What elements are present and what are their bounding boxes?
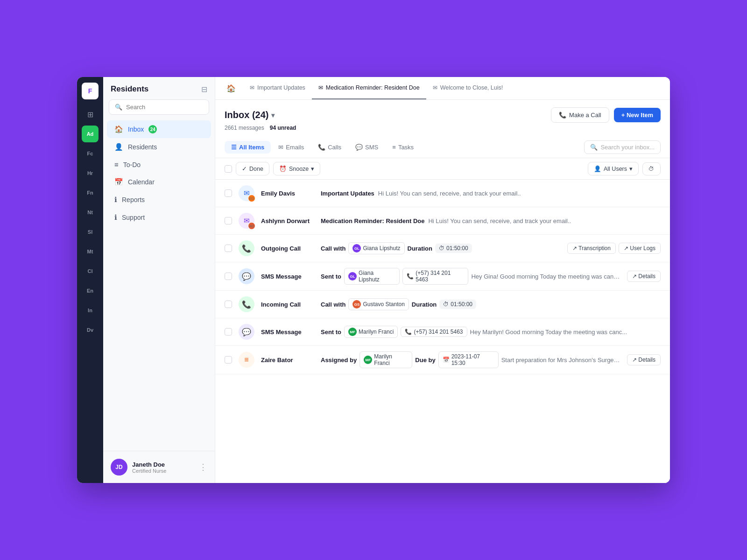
done-button[interactable]: ✓ Done: [236, 162, 269, 175]
search-box[interactable]: 🔍: [109, 99, 209, 115]
email-purple-type-icon: ✉ AD: [239, 213, 254, 229]
sidebar-item-label: Support: [122, 214, 145, 221]
recipient-name: Giana Lipshutz: [359, 270, 395, 283]
sidebar-item-label: Reports: [122, 196, 145, 203]
row-checkbox[interactable]: [225, 356, 232, 364]
sender-name: Zaire Bator: [261, 357, 317, 364]
task-details: Assigned by MF Marilyn Franci Due by 📅 2…: [321, 351, 620, 368]
sender-name: Ashlynn Dorwart: [261, 217, 317, 224]
tab-important-updates[interactable]: ✉ Important Updates: [243, 77, 312, 99]
details-button[interactable]: ↗ Details: [627, 271, 661, 282]
recipient-chip: GL Giana Lipshutz: [344, 268, 400, 285]
calendar-icon: 📅: [114, 178, 123, 186]
phone-icon: 📞: [405, 329, 412, 335]
row-checkbox[interactable]: [225, 328, 232, 336]
details-button[interactable]: ↗ Details: [627, 354, 661, 365]
sms-details: Sent to GL Giana Lipshutz 📞 (+57) 314 20…: [321, 268, 620, 285]
row-content: Emily Davis Important Updates Hi Luis! Y…: [261, 190, 661, 197]
sidebar-item-inbox[interactable]: 🏠 Inbox 24: [107, 120, 211, 138]
inbox-title: Inbox (24) ▾: [225, 110, 275, 120]
sidebar-item-label: Residents: [128, 143, 157, 151]
emails-icon: ✉: [278, 144, 283, 151]
new-item-button[interactable]: + New Item: [614, 108, 661, 122]
make-call-button[interactable]: 📞 Make a Call: [551, 107, 609, 123]
filter-tab-all-items[interactable]: ☰ All Items: [225, 141, 271, 154]
clock-button[interactable]: ⏱: [642, 162, 661, 175]
due-date-value: 2023-11-07 15:30: [451, 353, 494, 366]
rail-item-Fc[interactable]: Fc: [82, 145, 99, 162]
search-input[interactable]: [126, 104, 203, 111]
transcription-button[interactable]: ↗ Transcription: [567, 243, 616, 254]
chevron-down-icon: ▾: [629, 165, 633, 172]
logo-button[interactable]: F: [82, 83, 99, 99]
list-item[interactable]: 💬 SMS Message Sent to GL Giana Lipshutz …: [215, 262, 670, 291]
select-all-checkbox[interactable]: [225, 165, 232, 173]
snooze-button[interactable]: ⏰ Snooze ▾: [273, 162, 320, 175]
tab-email-icon: ✉: [318, 84, 323, 91]
list-item[interactable]: ✉ AD Ashlynn Dorwart Medication Reminder…: [215, 207, 670, 235]
sidebar-grid-icon[interactable]: ⊟: [201, 85, 207, 94]
sms-preview: Hey Gina! Good morning Today the meeting…: [471, 273, 620, 280]
rail-item-In[interactable]: In: [82, 302, 99, 319]
snooze-chevron-icon: ▾: [311, 165, 314, 172]
row-checkbox[interactable]: [225, 273, 232, 280]
sidebar-item-todo[interactable]: ≡ To-Do: [107, 156, 211, 173]
action-left: ✓ Done ⏰ Snooze ▾: [225, 162, 320, 175]
calls-icon: 📞: [318, 144, 325, 151]
rail-item-Hr[interactable]: Hr: [82, 165, 99, 182]
tab-label: Important Updates: [257, 84, 305, 91]
home-tab-button[interactable]: 🏠: [223, 80, 240, 97]
inbox-stats-row: 2661 messages 94 unread: [225, 125, 661, 137]
rail-grid-icon[interactable]: ⊞: [82, 106, 99, 123]
rail-item-Ad[interactable]: Ad: [82, 126, 99, 142]
row-content: Zaire Bator Assigned by MF Marilyn Franc…: [261, 351, 620, 368]
sidebar-item-calendar[interactable]: 📅 Calendar: [107, 173, 211, 191]
user-logs-button[interactable]: ↗ User Logs: [619, 243, 661, 254]
sidebar-item-residents[interactable]: 👤 Residents: [107, 138, 211, 156]
sender-name: Outgoing Call: [261, 245, 317, 252]
row-checkbox[interactable]: [225, 245, 232, 252]
list-item[interactable]: 📞 Incoming Call Call with GS Gustavo Sta…: [215, 291, 670, 318]
rail-item-Sl[interactable]: Sl: [82, 224, 99, 240]
duration-chip: ⏱ 01:50:00: [435, 244, 472, 253]
task-type-icon: ≡: [239, 352, 254, 368]
rail-item-En[interactable]: En: [82, 282, 99, 299]
filter-tab-emails[interactable]: ✉ Emails: [272, 141, 310, 154]
calendar-icon: 📅: [443, 357, 450, 363]
items-list: ✉ ED Emily Davis Important Updates Hi Lu…: [215, 180, 670, 483]
filter-tab-calls[interactable]: 📞 Calls: [311, 141, 348, 154]
row-checkbox[interactable]: [225, 189, 232, 197]
sidebar-item-support[interactable]: ℹ Support: [107, 209, 211, 226]
call-details: Call with GS Gustavo Stanton Duration ⏱ …: [321, 298, 476, 310]
rail-item-Mt[interactable]: Mt: [82, 243, 99, 260]
list-item[interactable]: ≡ Zaire Bator Assigned by MF Marilyn Fra…: [215, 346, 670, 374]
list-item[interactable]: ✉ ED Emily Davis Important Updates Hi Lu…: [215, 180, 670, 207]
rail-item-Dv[interactable]: Dv: [82, 322, 99, 338]
rail-item-Nt[interactable]: Nt: [82, 204, 99, 221]
row-checkbox[interactable]: [225, 301, 232, 308]
messages-count: 2661 messages: [225, 125, 264, 131]
row-checkbox[interactable]: [225, 217, 232, 224]
filter-tab-sms[interactable]: 💬 SMS: [349, 141, 385, 154]
user-menu-icon[interactable]: ⋮: [199, 462, 207, 472]
list-item[interactable]: 💬 SMS Message Sent to MF Marilyn Franci …: [215, 318, 670, 346]
clock-icon: ⏱: [443, 301, 449, 308]
inbox-chevron-icon[interactable]: ▾: [271, 112, 275, 119]
tab-medication-reminder[interactable]: ✉ Medication Reminder: Resident Doe: [312, 77, 426, 99]
tab-email-icon: ✉: [250, 84, 254, 91]
all-users-button[interactable]: 👤 All Users ▾: [588, 162, 639, 175]
row-content: Outgoing Call Call with GL Giana Lipshut…: [261, 242, 561, 254]
row-content: SMS Message Sent to GL Giana Lipshutz 📞 …: [261, 268, 620, 285]
inbox-search[interactable]: 🔍 Search your inbox...: [584, 140, 661, 154]
search-icon: 🔍: [115, 104, 122, 111]
rail-item-Fn[interactable]: Fn: [82, 184, 99, 201]
sidebar-item-reports[interactable]: ℹ Reports: [107, 191, 211, 209]
tab-welcome[interactable]: ✉ Welcome to Close, Luis!: [426, 77, 510, 99]
assigned-by-name: Marilyn Franci: [374, 353, 408, 366]
filter-tab-tasks[interactable]: ≡ Tasks: [386, 141, 420, 154]
rail-item-Cl[interactable]: Cl: [82, 263, 99, 280]
list-item[interactable]: 📞 Outgoing Call Call with GL Giana Lipsh…: [215, 235, 670, 262]
support-icon: ℹ: [114, 213, 117, 222]
person-avatar: MF: [348, 328, 357, 336]
preview-text: Hi Luis! You can send, receive, and trac…: [428, 217, 571, 224]
